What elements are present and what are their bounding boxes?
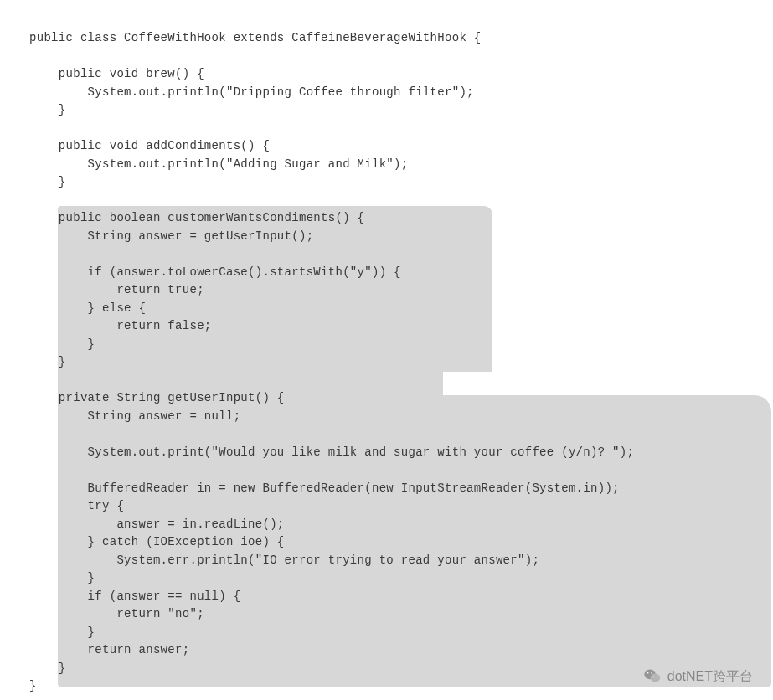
watermark-text: dotNET跨平台 <box>667 667 753 686</box>
code-line: return true; <box>29 283 204 296</box>
code-line: private String getUserInput() { <box>29 391 285 404</box>
code-line: answer = in.readLine(); <box>29 517 285 531</box>
code-line: if (answer.toLowerCase().startsWith("y")… <box>29 265 401 279</box>
code-line: System.out.println("Dripping Coffee thro… <box>29 85 474 99</box>
svg-point-5 <box>656 677 657 678</box>
code-line: } catch (IOException ioe) { <box>29 535 285 548</box>
svg-point-1 <box>650 674 660 682</box>
code-line: } <box>29 679 37 692</box>
code-line: } <box>29 571 95 584</box>
svg-point-3 <box>651 672 652 674</box>
code-line: try { <box>29 499 124 512</box>
code-line: String answer = null; <box>29 409 240 423</box>
code-line: System.out.println("Adding Sugar and Mil… <box>29 157 408 171</box>
wechat-icon <box>644 667 661 684</box>
code-line: return answer; <box>29 643 189 656</box>
code-line: return "no"; <box>29 607 204 620</box>
code-line: public boolean customerWantsCondiments()… <box>29 211 364 224</box>
code-line: public class CoffeeWithHook extends Caff… <box>29 31 481 44</box>
code-line: System.out.print("Would you like milk an… <box>29 445 634 459</box>
watermark: dotNET跨平台 <box>644 667 753 686</box>
code-line: String answer = getUserInput(); <box>29 229 313 243</box>
code-line: public void addCondiments() { <box>29 139 270 152</box>
code-line: } else { <box>29 301 146 315</box>
code-line: BufferedReader in = new BufferedReader(n… <box>29 481 620 495</box>
code-line: } <box>29 103 66 116</box>
code-block: public class CoffeeWithHook extends Caff… <box>0 0 773 696</box>
code-line: } <box>29 625 95 639</box>
code-line: } <box>29 175 66 188</box>
code-line: if (answer == null) { <box>29 589 240 603</box>
code-figure: public class CoffeeWithHook extends Caff… <box>0 0 773 700</box>
code-line: return false; <box>29 319 212 332</box>
code-line: } <box>29 337 95 351</box>
code-line: } <box>29 355 66 368</box>
code-line: public void brew() { <box>29 67 204 80</box>
code-line: System.err.println("IO error trying to r… <box>29 553 539 567</box>
svg-point-4 <box>652 677 654 678</box>
code-line: } <box>29 661 66 675</box>
svg-point-2 <box>647 672 648 674</box>
